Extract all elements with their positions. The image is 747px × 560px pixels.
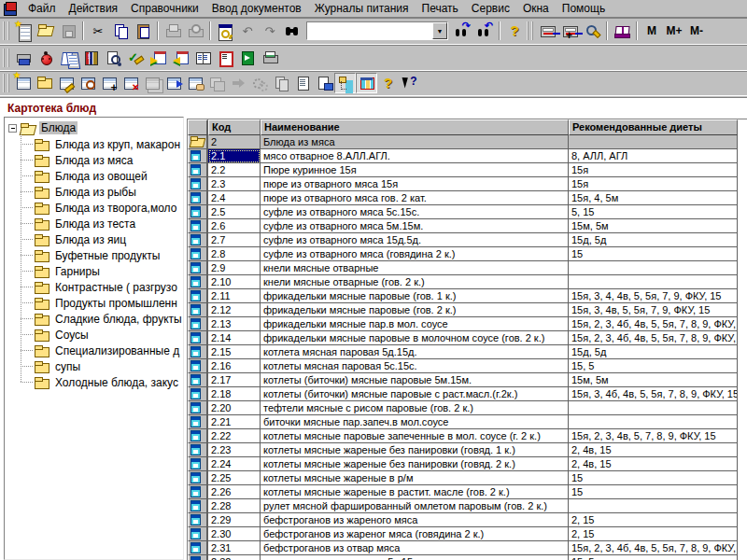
row-code-cell[interactable]: 2.8 [208,247,261,261]
row-code-cell[interactable]: 2.4 [208,191,261,205]
calculator-button[interactable] [536,21,558,42]
edit-check-button[interactable] [124,47,147,68]
tree-item[interactable]: Контрастные ( разгрузо [21,279,183,295]
row-diets-cell[interactable]: 2, 4в, 15 [569,457,738,471]
row-code-cell[interactable]: 2.6 [208,219,261,233]
bug-report-button[interactable] [35,47,57,68]
new-document-button[interactable] [12,21,35,42]
row-diets-cell[interactable]: 2, 15 [569,513,738,527]
calculator-grid-button[interactable] [558,21,581,42]
row-code-cell[interactable]: 2.22 [208,429,261,443]
row-diets-cell[interactable] [569,499,738,513]
row-diets-cell[interactable]: 15 [569,247,738,261]
header-diets[interactable]: Рекомендованные диеты [569,119,738,135]
row-name-cell[interactable]: котлеты мясные жареные в р/м [261,471,569,485]
row-code-cell[interactable]: 2.9 [208,261,261,275]
row-diets-cell[interactable]: 15я, 3, 4б, 4в, 5, 5я, 7, 8, 9, ФКУ, 15 [569,387,738,401]
table-row[interactable]: 2.11 фрикадельки мясные паровые (гов. 1 … [188,289,747,303]
new-card-button[interactable] [12,73,34,93]
toolbar-drag-handle[interactable] [3,21,9,40]
row-name-cell[interactable]: фрикадельки мясные паровые (гов. 1 к.) [261,289,569,303]
menu-item[interactable]: Сервис [465,0,516,17]
row-name-cell[interactable]: суфле из отварного мяса 15д.5д. [261,233,569,247]
row-name-cell[interactable]: котлета мясная паровая 5д.15д. [261,345,569,359]
row-name-cell[interactable]: мясо отварное 8.АЛЛ.АГЛ. [261,149,569,163]
row-name-cell[interactable]: суфле из отварного мяса 5м.15м. [261,219,569,233]
tree-item[interactable]: Блюда из рыбы [21,184,183,200]
paste-button[interactable] [132,21,154,42]
table-row[interactable]: 2.24 котлеты мясные жареные без панировк… [188,457,747,471]
table-row[interactable]: 2.17 котлеты (биточки) мясные паровые 5м… [188,373,747,387]
table-row[interactable]: 2.3 пюре из отварного мяса 15я 15я [188,177,747,191]
row-name-cell[interactable]: котлеты мясные жареные без панировки (го… [261,443,569,457]
toolbar-drag-handle[interactable] [3,74,9,92]
row-name-cell[interactable]: котлеты мясные паровые 5с.15с. [261,555,569,560]
menu-item[interactable]: Файл [21,0,63,17]
tree-item[interactable]: Соусы [21,327,183,343]
table-row[interactable]: 2.13 фрикадельки мясные пар.в мол. соусе… [188,317,747,331]
row-code-cell[interactable]: 2.16 [208,359,261,373]
row-name-cell[interactable]: котлеты (биточки) мясные паровые с раст.… [261,387,569,401]
green-book-button[interactable] [236,47,259,68]
row-code-cell[interactable]: 2.1 [208,149,261,163]
table-view-toggle[interactable] [356,73,377,93]
table-row[interactable]: 2.1 мясо отварное 8.АЛЛ.АГЛ. 8, АЛЛ, АГЛ [188,149,747,163]
row-diets-cell[interactable] [569,261,738,275]
group-row[interactable]: 2 Блюда из мяса [188,135,747,149]
row-diets-cell[interactable]: 15я [569,177,738,191]
memory-minus-button[interactable]: M- [685,21,708,41]
row-name-cell[interactable]: кнели мясные отварные [261,261,569,275]
find-card-button[interactable] [77,73,98,93]
combobox-dropdown-button[interactable]: ▼ [432,22,447,39]
menu-item[interactable]: Окна [516,0,556,17]
process-button[interactable] [248,73,270,93]
row-code-cell[interactable]: 2.31 [208,541,261,555]
row-diets-cell[interactable]: 15я, 2, 3, 4б, 4в, 5, 5я, 7, 8, 9, ФКУ, … [569,317,738,331]
find-previous-button[interactable] [473,21,496,42]
row-name-cell[interactable]: пюре из отварного мяса гов. 2 кат. [261,191,569,205]
row-code-cell[interactable]: 2.7 [208,233,261,247]
row-diets-cell[interactable]: 15я, 3, 4в, 5, 5я, 7, 9, ФКУ, 15 [569,303,738,317]
row-name-cell[interactable]: бефстроганов из жареного мяса [261,513,569,527]
table-row[interactable]: 2.2 Пюре куринное 15я 15я [188,163,747,177]
group-name-cell[interactable]: Блюда из мяса [261,135,569,149]
tree-view-toggle[interactable] [334,73,356,93]
table-row[interactable]: 2.28 рулет мясной фаршированный омлетом … [188,499,747,513]
row-name-cell[interactable]: котлеты мясные жареные без панировки (го… [261,457,569,471]
print-journal-button[interactable] [12,47,35,68]
table-row[interactable]: 2.21 биточки мясные пар.запеч.в мол.соус… [188,415,747,429]
pages-button[interactable] [57,47,79,68]
table-row[interactable]: 2.29 бефстроганов из жареного мяса 2, 15 [188,513,747,527]
row-code-cell[interactable]: 2.11 [208,289,261,303]
find-button[interactable] [281,21,303,42]
tree-item[interactable]: супы [21,358,183,374]
row-name-cell[interactable]: рулет мясной фаршированный омлетом паров… [261,499,569,513]
menu-item[interactable]: Журналы питания [308,0,416,17]
move-card-next-button[interactable] [162,73,184,93]
table-row[interactable]: 2.18 котлеты (биточки) мясные паровые с … [188,387,747,401]
row-name-cell[interactable]: котлеты мясные паровые запеченные в мол.… [261,429,569,443]
import-card-button[interactable] [147,47,169,68]
add-card-button[interactable] [98,73,120,93]
row-diets-cell[interactable]: 15, 5 [569,555,738,560]
table-row[interactable]: 2.5 суфле из отварного мяса 5с.15с. 5, 1… [188,205,747,219]
row-code-cell[interactable]: 2.24 [208,457,261,471]
row-name-cell[interactable]: суфле из отварного мяса 5с.15с. [261,205,569,219]
row-diets-cell[interactable]: 15я, 4, 5м [569,191,738,205]
menu-item[interactable]: Печать [416,0,465,17]
report-document-button[interactable] [291,73,313,93]
table-row[interactable]: 2.12 фрикадельки мясные паровые (гов. 2 … [188,303,747,317]
menu-item[interactable]: Справочники [124,0,205,17]
row-diets-cell[interactable]: 15я [569,163,738,177]
row-diets-cell[interactable]: 15м, 5м [569,219,738,233]
export-card-button[interactable] [169,47,191,68]
header-code[interactable]: Код [208,119,261,135]
tree-item[interactable]: Сладкие блюда, фрукты [21,311,183,327]
export-document-button[interactable] [313,73,334,93]
table-row[interactable]: 2.16 котлеты мясная паровая 5с.15с. 15, … [188,359,747,373]
print-preview-button[interactable] [184,21,206,42]
menu-item[interactable]: Помощь [556,0,612,17]
row-name-cell[interactable]: пюре из отварного мяса 15я [261,177,569,191]
row-code-cell[interactable]: 2.5 [208,205,261,219]
table-row[interactable]: 2.7 суфле из отварного мяса 15д.5д. 15д,… [188,233,747,247]
